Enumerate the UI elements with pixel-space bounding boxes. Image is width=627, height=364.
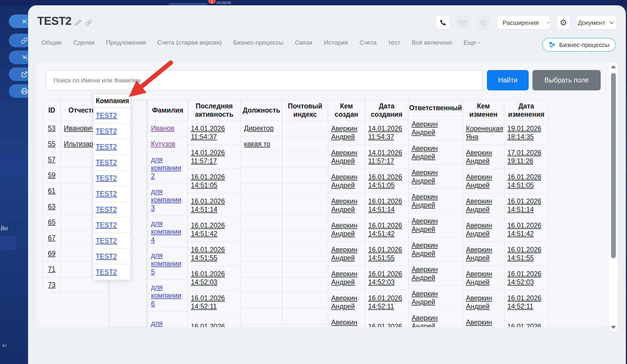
column-header[interactable]: Почтовый индекс	[282, 100, 328, 121]
tab-4[interactable]: Счета (старая версия)	[157, 39, 222, 46]
cell-link[interactable]: 16.01.2026 14:52:03	[191, 270, 228, 286]
cell-link[interactable]: 16.01.2026 14:51:42	[191, 221, 228, 238]
cell-link[interactable]: Аверкин Андрей	[466, 270, 501, 286]
cell-link[interactable]: Аверкин Андрей	[466, 173, 501, 189]
company-link[interactable]: TEST2	[96, 237, 117, 245]
cell-link[interactable]: для компании 5	[151, 251, 182, 276]
cell-link[interactable]: Аверкин Андрей	[466, 318, 501, 327]
cell-link[interactable]: Аверкин Андрей	[331, 246, 361, 262]
cell-link[interactable]: Аверкин Андрей	[412, 314, 444, 327]
cell-link[interactable]: 16.01.2026 14:51:05	[507, 173, 544, 189]
tab-10[interactable]: Всё включено	[412, 39, 452, 46]
cell-link[interactable]: Аверкин Андрей	[412, 168, 444, 185]
company-link[interactable]: TEST2	[96, 143, 117, 151]
cell-link[interactable]: 69	[48, 249, 56, 258]
cell-link[interactable]: Аверкин Андрей	[331, 221, 361, 238]
cell-link[interactable]: для компании 2	[151, 155, 182, 180]
company-link[interactable]: TEST2	[96, 253, 117, 261]
cell-link[interactable]: Аверкин Андрей	[331, 294, 361, 311]
cell-link[interactable]: Аверкин Андрей	[466, 294, 501, 311]
cell-link[interactable]: Иванов	[151, 124, 174, 132]
cell-link[interactable]: 17.01.2026 19:11:26	[507, 149, 544, 165]
cell-link[interactable]: Аверкин Андрей	[466, 221, 501, 238]
tab-9[interactable]: тест	[388, 39, 400, 46]
cell-link[interactable]: Аверкин Андрей	[331, 270, 361, 286]
company-link[interactable]: TEST2	[96, 174, 117, 182]
cell-link[interactable]: Аверкин Андрей	[412, 217, 444, 233]
tab-5[interactable]: Бизнес-процессы	[233, 39, 283, 46]
column-header[interactable]: Должность	[241, 100, 282, 121]
company-link[interactable]: TEST2	[96, 112, 117, 120]
cell-link[interactable]: 16.01.2026 14:52:03	[368, 270, 405, 286]
cell-link[interactable]: Аверкин Андрей	[331, 124, 361, 141]
scrollbar-thumb[interactable]	[611, 73, 616, 258]
cell-link[interactable]: Кутузов	[151, 140, 176, 148]
cell-link[interactable]: 16.01.2026 14:51:55	[507, 246, 544, 262]
cell-link[interactable]: 63	[48, 202, 56, 211]
cell-link[interactable]: 16.01.2026 14:51:42	[368, 221, 405, 238]
cell-link[interactable]: 65	[48, 218, 56, 226]
cell-link[interactable]: 53	[48, 124, 56, 132]
company-link[interactable]: TEST2	[96, 159, 117, 167]
cell-link[interactable]: 16.01.2026 14:52:03	[507, 270, 544, 286]
call-button[interactable]	[436, 16, 449, 29]
tab-7[interactable]: История	[324, 39, 348, 46]
cell-link[interactable]: Аверкин Андрей	[412, 193, 444, 209]
cell-link[interactable]: Аверкин Андрей	[412, 265, 444, 282]
cell-link[interactable]: 73	[48, 281, 56, 289]
cell-link[interactable]: Аверкин Андрей	[412, 241, 444, 258]
cell-link[interactable]: для компании	[151, 319, 182, 327]
cell-link[interactable]: 16.01.2026 14:51:14	[368, 197, 405, 214]
company-link[interactable]: TEST2	[96, 190, 117, 198]
cell-link[interactable]: Аверкин Андрей	[331, 149, 361, 165]
tab-3[interactable]: Предложения	[106, 39, 146, 46]
cell-link[interactable]: 16.01.2026 14:51:05	[191, 173, 228, 189]
cell-link[interactable]: для компании 6	[151, 283, 182, 308]
title-link-icon[interactable]	[85, 20, 92, 26]
cell-link[interactable]: 16.01.2026 14:52:11	[507, 294, 544, 311]
cell-link[interactable]: 61	[48, 187, 56, 195]
cell-link[interactable]: 16.01.2026 14:51:14	[507, 197, 544, 214]
column-header[interactable]: Дата создания	[365, 100, 408, 121]
tab-1[interactable]: Общие	[41, 39, 62, 46]
choose-field-button[interactable]: Выбрать поле	[532, 70, 601, 90]
company-link[interactable]: TEST2	[96, 268, 117, 276]
column-header[interactable]: ID	[43, 100, 61, 121]
column-header[interactable]: Кем создан	[328, 100, 365, 121]
cell-link[interactable]: 16.01.2026 14:51:55	[368, 246, 405, 262]
cell-link[interactable]: Коренецкая Яна	[466, 124, 501, 141]
email-button[interactable]	[456, 16, 470, 29]
search-input[interactable]	[46, 70, 483, 90]
cell-link[interactable]: 14.01.2026 11:54:37	[368, 124, 405, 141]
cell-link[interactable]: 19.01.2026 18:14:35	[507, 124, 544, 141]
cell-link[interactable]: 14.01.2026 11:57:17	[191, 149, 228, 165]
cell-link[interactable]: для компании 3	[151, 187, 182, 212]
settings-button[interactable]: ⚙	[557, 16, 570, 29]
cell-link[interactable]: 57	[48, 155, 56, 164]
cell-link[interactable]: 55	[48, 140, 56, 148]
chat-button[interactable]	[476, 16, 490, 29]
vertical-scrollbar[interactable]	[609, 63, 618, 332]
cell-link[interactable]: для компании 4	[151, 219, 182, 244]
cell-link[interactable]: 16.01.2026 14:52:11	[368, 294, 405, 311]
cell-link[interactable]: 71	[48, 265, 56, 273]
cell-link[interactable]: 16.01.2026 14:51:55	[191, 246, 228, 262]
tab-8[interactable]: Счета	[359, 39, 376, 46]
extensions-button[interactable]: Расширения	[497, 16, 550, 29]
column-header[interactable]: Ответственный	[409, 100, 463, 116]
company-link[interactable]: TEST2	[96, 206, 117, 214]
edit-title-icon[interactable]	[75, 20, 81, 26]
cell-link[interactable]: 16.01.2026 14:51:42	[507, 221, 544, 238]
cell-link[interactable]: Аверкин Андрей	[466, 197, 501, 214]
tab-6[interactable]: Связи	[295, 39, 312, 46]
cell-link[interactable]: Аверкин Андрей	[331, 173, 361, 189]
find-button[interactable]: Найти	[487, 70, 529, 90]
cell-link[interactable]: 59	[48, 171, 56, 179]
dragged-column[interactable]: Компания TEST2TEST2TEST2TEST2TEST2TEST2T…	[93, 94, 131, 280]
cell-link[interactable]: 16.01.2026 14:52:11	[191, 294, 228, 311]
business-processes-button[interactable]: Бизнес-процессы	[542, 38, 616, 52]
cell-link[interactable]: Аверкин Андрей	[412, 290, 444, 306]
cell-link[interactable]: Директор	[244, 124, 274, 132]
cell-link[interactable]: Аверкин Андрей	[466, 149, 501, 165]
cell-link[interactable]: Аверкин Андрей	[331, 197, 361, 214]
